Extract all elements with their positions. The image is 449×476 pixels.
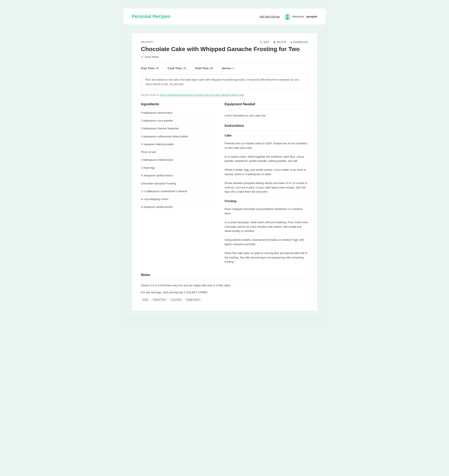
header-right: Add New Recipe Welcome, tpospbtr [259, 13, 317, 20]
download-icon: ⬇ [290, 41, 292, 44]
notes-list: Serves 2 to 4 (I find them very rich and… [141, 283, 308, 295]
instruction-step: Using electric beaters, beat several min… [225, 236, 308, 249]
total-time: Total Time: 60 [195, 67, 217, 70]
instruction-step: In a small saucepan, heat cream until ju… [225, 218, 308, 236]
ingredient-item: ¼ teaspoon vanilla extract [141, 172, 216, 180]
ingredient-item: ½ teaspoon baking powder [141, 141, 216, 148]
header: Personal Recipes Add New Recipe Welcome,… [123, 8, 326, 25]
edit-icon: ✏️ [260, 41, 263, 44]
ingredient-item: ¼ cup whipping cream [141, 195, 216, 203]
ingredient-item: 2 tablespoon melted butter [141, 156, 216, 164]
instruction-step: Preheat oven (or toaster oven) to 325F. … [225, 139, 308, 153]
instruction-step: In a medium bowl, whisk together the sun… [225, 153, 308, 166]
notes-title: Notes [141, 273, 308, 277]
star-icon: ★ [141, 55, 144, 58]
equipment-section: Equipment Needed 4-inch Ramekins or mini… [225, 102, 308, 119]
note-item: Serves 2 to 4 (I find them very rich and… [141, 283, 308, 288]
instruction-step: Place chopped chocolate and powdered swe… [225, 205, 308, 218]
source-url[interactable]: https://alldaydreamaboutfood.com/low-car… [160, 93, 244, 96]
ingredient-item: Chocolate Ganache Frosting [141, 180, 216, 187]
equipment-item: 4-inch Ramekins or mini cake tins [225, 112, 308, 119]
ingredient-item: 1 tablespoon coca powder [141, 117, 216, 125]
instructions-title: Instructions [225, 124, 308, 128]
delete-icon: 🗑 [273, 41, 276, 44]
instruction-step: Whisk in butter, egg, and vanilla extrac… [225, 166, 308, 179]
recipe-title: Chocolate Cake with Whipped Ganache Fros… [141, 45, 308, 53]
recipe-meta-top: DESSERT ✏️ EDIT 🗑 DELETE ⬇ DOWNLOAD [141, 41, 308, 44]
recipe-card: DESSERT ✏️ EDIT 🗑 DELETE ⬇ DOWNLOAD [132, 33, 317, 311]
ingredient-item: 4 tablespoon almond flour [141, 109, 216, 117]
source-prefix: Recipe found at: [141, 93, 159, 96]
ingredient-item: 1 tablespoon unflavoured whey protein [141, 133, 216, 141]
cook-time: Cook Time: 20 [168, 67, 191, 70]
tags-row: KetoGluten FreeLow CarbSingle Serve [141, 298, 308, 301]
instruction-group-label: Cake [225, 134, 308, 137]
notes-section: Notes Serves 2 to 4 (I find them very ri… [141, 273, 308, 301]
ingredients-column: Ingredients 4 tablespoon almond flour1 t… [141, 102, 216, 266]
tag: Gluten Free [151, 298, 168, 301]
description-box: Rich and delicious low carb chocolate la… [141, 74, 308, 90]
ingredient-item: Pinch of salt [141, 148, 216, 156]
add-recipe-link[interactable]: Add New Recipe [259, 15, 280, 18]
welcome-text: Welcome, [292, 15, 305, 18]
instruction-group-label: Frosting [225, 199, 308, 203]
have-made-label: Have Made [145, 55, 159, 58]
edit-button[interactable]: ✏️ EDIT [260, 41, 269, 44]
delete-button[interactable]: 🗑 DELETE [273, 41, 287, 44]
main-background: DESSERT ✏️ EDIT 🗑 DELETE ⬇ DOWNLOAD [123, 25, 326, 319]
site-logo[interactable]: Personal Recipes [132, 14, 170, 19]
instructions-section: Instructions CakePreheat oven (or toaste… [225, 124, 308, 266]
equipment-list: 4-inch Ramekins or mini cake tins [225, 112, 308, 119]
tag: Keto [141, 298, 150, 301]
source-line: Recipe found at: https://alldaydreamabou… [141, 93, 308, 96]
right-column: Equipment Needed 4-inch Ramekins or mini… [225, 102, 308, 266]
ingredients-title: Ingredients [141, 102, 216, 106]
tag: Low Carb [169, 298, 183, 301]
serves: Serves: 1 [222, 67, 234, 70]
category-label: DESSERT [141, 41, 153, 43]
description-text: Rich and delicious low carb chocolate la… [145, 78, 304, 86]
user-area: Welcome, tpospbtr [284, 13, 317, 20]
tag: Single Serve [184, 298, 202, 301]
download-button[interactable]: ⬇ DOWNLOAD [290, 41, 308, 44]
have-made: ★ Have Made [141, 55, 308, 58]
instructions-divider [225, 130, 308, 131]
ingredient-item: ⅛ teaspoon vanilla extract [141, 203, 216, 211]
username: tpospbtr [306, 15, 317, 18]
recipe-actions: ✏️ EDIT 🗑 DELETE ⬇ DOWNLOAD [260, 41, 308, 44]
two-col-layout: Ingredients 4 tablespoon almond flour1 t… [141, 102, 308, 266]
notes-divider [141, 280, 308, 280]
divider-1 [141, 63, 308, 63]
time-row: Prep Time: 40 Cook Time: 20 Total Time: … [141, 67, 308, 70]
instruction-step: Divide between prepared baking dishes an… [225, 179, 308, 196]
svg-point-1 [286, 15, 288, 17]
ingredient-item: 1 ½ tablespoon confectioner's Swerve [141, 187, 216, 195]
avatar [284, 13, 291, 20]
note-item: For two servings, each serving has 5.37g… [141, 290, 308, 295]
app-container: Personal Recipes Add New Recipe Welcome,… [123, 8, 326, 319]
ingredient-item: 2 tablespoon Swerve Sweetner [141, 125, 216, 132]
ingredient-item: 1 large egg [141, 164, 216, 172]
instruction-step: Place first cake layer on plate or servi… [225, 249, 308, 266]
prep-time: Prep Time: 40 [141, 67, 163, 70]
instructions-list: CakePreheat oven (or toaster oven) to 32… [225, 134, 308, 266]
equipment-title: Equipment Needed [225, 102, 308, 106]
ingredients-list: 4 tablespoon almond flour1 tablespoon co… [141, 109, 216, 211]
